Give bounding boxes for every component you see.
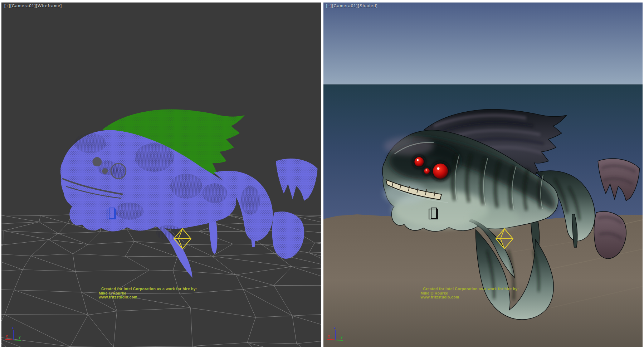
world-axis-gizmo: z x y — [325, 325, 346, 345]
eye-red-small — [414, 157, 424, 166]
axis-z-label: z — [334, 326, 336, 330]
credit-text: Created for Intel Corporation as a work … — [99, 287, 197, 300]
axis-y-label: y — [19, 335, 21, 339]
viewport-label-wireframe[interactable]: [+][Camera01][Wireframe] — [4, 4, 62, 8]
axis-y-label: y — [341, 335, 343, 339]
axis-x-label: x — [6, 334, 8, 338]
viewport-wireframe[interactable]: [+][Camera01][Wireframe] Created for Int… — [1, 3, 321, 347]
eye-red-tiny — [424, 168, 430, 174]
eye-red-large — [433, 164, 448, 179]
credit-line-3: www.fritzstudio.com — [99, 295, 197, 300]
dual-viewport-frame: [+][Camera01][Wireframe] Created for Int… — [0, 0, 644, 350]
axis-z-label: z — [12, 326, 14, 330]
credit-text: Created for Intel Corporation as a work … — [421, 287, 519, 300]
axis-x-label: x — [328, 334, 330, 338]
world-axis-gizmo: z x y — [3, 325, 24, 345]
sky — [323, 3, 643, 85]
horizon-line — [323, 84, 643, 85]
viewport-label-shaded[interactable]: [+][Camera01][Shaded] — [326, 4, 378, 8]
credit-line-3: www.fritzstudio.com — [421, 295, 519, 300]
credit-line-1: Created for Intel Corporation as a work … — [101, 287, 197, 291]
credit-line-1: Created for Intel Corporation as a work … — [423, 287, 519, 291]
viewport-shaded[interactable]: [+][Camera01][Shaded] Created for Intel … — [323, 3, 643, 347]
